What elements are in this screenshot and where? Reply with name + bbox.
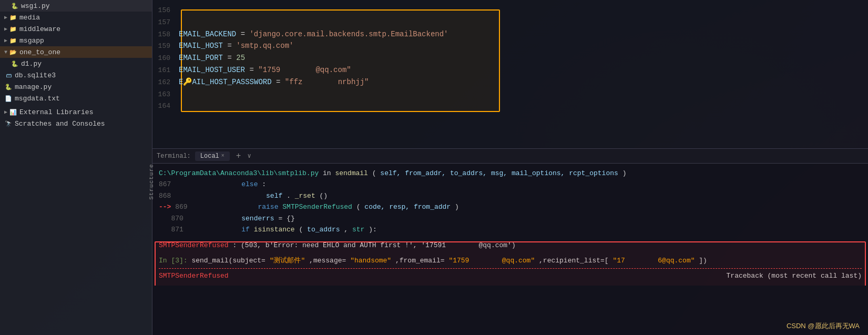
sidebar-item-label: d1.py xyxy=(21,60,42,68)
code-line-161: 161 EMAIL_HOST_USER = "1759 @qq.com" xyxy=(152,64,868,76)
db-file-icon: 🗃 xyxy=(4,71,13,79)
folder-icon: 📁 xyxy=(9,36,17,45)
file-explorer-sidebar: 🐍 wsgi.py ▶ 📁 media ▶ 📁 middleware ▶ 📁 m… xyxy=(0,0,152,335)
terminal-error-line: SMTPSenderRefused : (503, b'Error: need … xyxy=(159,240,862,251)
terminal-tab-close-btn[interactable]: × xyxy=(221,153,224,159)
python-file-icon: 🐍 xyxy=(11,59,19,68)
terminal-line-867: 867 else : xyxy=(159,179,862,190)
code-line-162: 162 E🔑AIL_HOST_PASSSWORD = "ffz nrbhjj" xyxy=(152,76,868,88)
sidebar-item-label: middleware xyxy=(19,25,60,33)
csdn-watermark: CSDN @愿此后再无WA xyxy=(787,321,860,331)
code-line-163: 163 xyxy=(152,88,868,100)
arrow-icon: ▶ xyxy=(4,14,7,21)
arrow-icon: ▶ xyxy=(4,26,7,32)
terminal-tab-arrow[interactable]: ∨ xyxy=(247,152,251,160)
content-area: 156 157 158 EMAIL_BACKEND = 'django.core… xyxy=(152,0,868,335)
code-line-157: 157 xyxy=(152,16,868,28)
terminal-content: C:\ProgramData\Anaconda3\lib\smtplib.py … xyxy=(152,164,868,286)
sidebar-item-manage[interactable]: 🐍 manage.py xyxy=(0,81,152,93)
sidebar-item-db[interactable]: 🗃 db.sqlite3 xyxy=(0,69,152,81)
sidebar-item-label: msgdata.txt xyxy=(15,95,60,103)
sidebar-item-label: media xyxy=(19,14,40,22)
sidebar-item-label: one_to_one xyxy=(19,48,60,56)
sidebar-item-one-to-one[interactable]: ▼ 📂 one_to_one xyxy=(0,46,152,58)
python-file-icon: 🐍 xyxy=(11,2,19,10)
terminal-area: Terminal: Local × + ∨ C:\ProgramData\Ana… xyxy=(152,148,868,335)
terminal-label: Terminal: xyxy=(157,153,191,160)
folder-open-icon: 📂 xyxy=(9,48,17,56)
arrow-icon: ▶ xyxy=(4,37,7,44)
sidebar-item-label: wsgi.py xyxy=(21,2,50,10)
sidebar-item-media[interactable]: ▶ 📁 media xyxy=(0,12,152,23)
sidebar-item-d1py[interactable]: 🐍 d1.py xyxy=(0,58,152,69)
txt-file-icon: 📄 xyxy=(4,94,13,103)
code-editor-lines: 156 157 158 EMAIL_BACKEND = 'django.core… xyxy=(152,0,868,148)
code-line-159: 159 EMAIL_HOST = 'smtp.qq.com' xyxy=(152,40,868,52)
arrow-icon: ▼ xyxy=(4,49,7,55)
library-icon: 📊 xyxy=(9,108,17,116)
structure-sidebar-label: Structure xyxy=(148,164,155,199)
sidebar-item-msgapp[interactable]: ▶ 📁 msgapp xyxy=(0,35,152,46)
arrow-icon: ▶ xyxy=(4,109,7,115)
terminal-blank xyxy=(159,251,862,255)
sidebar-item-label: External Libraries xyxy=(19,108,93,116)
editor-area: 156 157 158 EMAIL_BACKEND = 'django.core… xyxy=(152,0,868,148)
code-line-156: 156 xyxy=(152,4,868,16)
main-container: 🐍 wsgi.py ▶ 📁 media ▶ 📁 middleware ▶ 📁 m… xyxy=(0,0,868,335)
terminal-line-868: 868 self . _rset () xyxy=(159,190,862,201)
sidebar-item-label: Scratches and Consoles xyxy=(15,120,105,128)
sidebar-item-label: msgapp xyxy=(19,37,44,45)
sidebar-item-scratches[interactable]: 🔭 Scratches and Consoles xyxy=(0,118,152,129)
sidebar-item-wsgi[interactable]: 🐍 wsgi.py xyxy=(0,0,152,12)
terminal-line-870: 870 senderrs = {} xyxy=(159,213,862,224)
terminal-tab-local[interactable]: Local × xyxy=(195,151,230,161)
scratches-icon: 🔭 xyxy=(4,119,13,128)
folder-icon: 📁 xyxy=(9,25,17,33)
terminal-tab-local-label: Local xyxy=(200,153,219,160)
folder-icon: 📁 xyxy=(9,13,17,22)
terminal-input-line: In [3]: send_mail(subject= "测试邮件" ,messa… xyxy=(159,255,862,266)
sidebar-item-label: db.sqlite3 xyxy=(15,72,56,79)
terminal-line-869-arrow: --> 869 raise SMTPSenderRefused ( code, … xyxy=(159,201,862,212)
terminal-dashed-separator xyxy=(159,268,862,269)
sidebar-item-middleware[interactable]: ▶ 📁 middleware xyxy=(0,23,152,35)
code-line-158: 158 EMAIL_BACKEND = 'django.core.mail.ba… xyxy=(152,28,868,40)
terminal-add-tab-btn[interactable]: + xyxy=(234,151,243,161)
python-file-icon: 🐍 xyxy=(4,83,13,91)
terminal-bottom-error: SMTPSenderRefused Traceback (most recent… xyxy=(159,270,862,281)
terminal-tabs: Terminal: Local × + ∨ xyxy=(152,149,868,164)
terminal-line-path: C:\ProgramData\Anaconda3\lib\smtplib.py … xyxy=(159,168,862,179)
sidebar-item-label: manage.py xyxy=(15,83,52,91)
code-line-164: 164 xyxy=(152,100,868,112)
sidebar-item-msgdata[interactable]: 📄 msgdata.txt xyxy=(0,93,152,104)
sidebar-item-external-libs[interactable]: ▶ 📊 External Libraries xyxy=(0,106,152,118)
terminal-line-871: 871 if isinstance ( to_addrs , str ): xyxy=(159,224,862,235)
code-line-160: 160 EMAIL_PORT = 25 xyxy=(152,52,868,64)
